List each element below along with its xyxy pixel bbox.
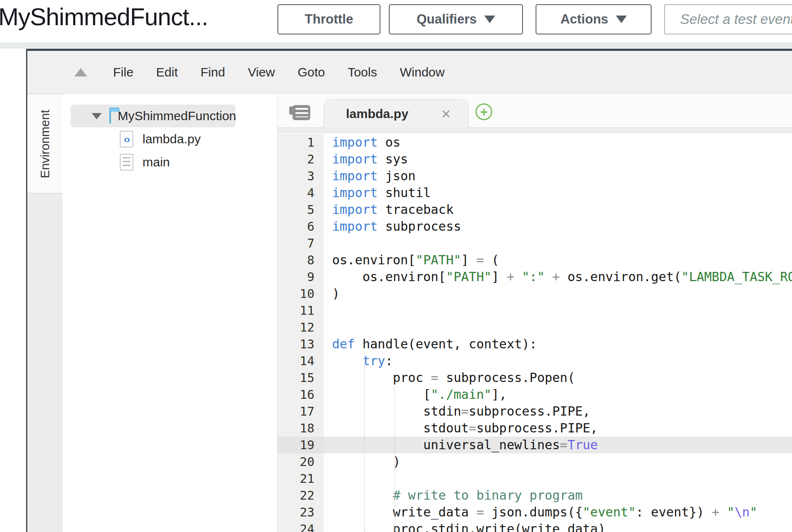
file-tree: MyShimmedFunction lambda.py main xyxy=(63,94,277,532)
tree-item-main[interactable]: main xyxy=(71,151,235,174)
throttle-button[interactable]: Throttle xyxy=(277,4,380,34)
code-line[interactable]: 15 proc = subprocess.Popen( xyxy=(277,369,792,386)
code-text xyxy=(324,302,792,319)
code-line[interactable]: 4import shutil xyxy=(277,184,792,201)
header-divider xyxy=(0,42,792,49)
code-line[interactable]: 1import os xyxy=(277,134,792,151)
editor-menubar: File Edit Find View Goto Tools Window xyxy=(27,51,792,94)
line-number: 15 xyxy=(277,369,324,386)
new-tab-icon[interactable]: + xyxy=(475,103,492,120)
code-text xyxy=(324,470,792,487)
line-number: 20 xyxy=(277,453,324,470)
code-text: stdout=subprocess.PIPE, xyxy=(324,420,792,437)
actions-button[interactable]: Actions xyxy=(536,4,652,34)
menu-item-tools[interactable]: Tools xyxy=(348,65,377,79)
tab-bar: lambda.py × + xyxy=(277,94,792,134)
collapse-panel-icon[interactable] xyxy=(74,68,87,76)
ide-panel: File Edit Find View Goto Tools Window En… xyxy=(26,49,792,532)
open-files-list-icon[interactable] xyxy=(293,105,310,120)
line-number: 8 xyxy=(277,252,324,269)
code-text: proc = subprocess.Popen( xyxy=(324,369,792,386)
code-line[interactable]: 8os.environ["PATH"] = ( xyxy=(277,252,792,269)
line-number: 9 xyxy=(277,269,324,285)
code-text: write_data = json.dumps({"event": event}… xyxy=(324,504,792,521)
code-text xyxy=(324,319,792,336)
code-line[interactable]: 12 xyxy=(277,319,792,336)
menu-item-find[interactable]: Find xyxy=(201,65,225,79)
code-text: import shutil xyxy=(324,184,792,201)
code-line[interactable]: 5import traceback xyxy=(277,201,792,218)
code-text: ["./main"], xyxy=(324,386,792,403)
code-line[interactable]: 13def handle(event, context): xyxy=(277,336,792,353)
line-number: 13 xyxy=(277,336,324,353)
chevron-down-icon xyxy=(616,16,627,23)
menu-item-goto[interactable]: Goto xyxy=(298,65,325,79)
line-number: 11 xyxy=(277,302,324,319)
code-text: try: xyxy=(324,353,792,369)
code-line[interactable]: 24 proc.stdin.write(write_data) xyxy=(277,521,792,532)
code-line[interactable]: 19 universal_newlines=True xyxy=(277,437,792,453)
code-line[interactable]: 6import subprocess xyxy=(277,218,792,235)
code-text: os.environ["PATH"] + ":" + os.environ.ge… xyxy=(324,269,792,285)
code-text: os.environ["PATH"] = ( xyxy=(324,252,792,269)
code-lines: 1import os2import sys3import json4import… xyxy=(277,134,792,532)
code-text: import traceback xyxy=(324,201,792,218)
line-number: 14 xyxy=(277,353,324,369)
folder-icon xyxy=(109,111,111,124)
code-text: import subprocess xyxy=(324,218,792,235)
code-line[interactable]: 22 # write to binary program xyxy=(277,487,792,504)
tab-shelf xyxy=(277,127,792,133)
chevron-down-icon xyxy=(484,16,495,23)
line-number: 16 xyxy=(277,386,324,403)
code-editor: lambda.py × + 1import os2import sys3impo… xyxy=(277,94,792,532)
line-number: 24 xyxy=(277,521,324,532)
side-tab-strip: Environment xyxy=(27,94,63,532)
line-number: 17 xyxy=(277,403,324,420)
qualifiers-button[interactable]: Qualifiers xyxy=(389,4,523,34)
test-event-select[interactable]: Select a test event xyxy=(664,4,792,34)
code-text: ) xyxy=(324,285,792,302)
line-number: 2 xyxy=(277,151,324,168)
code-line[interactable]: 18 stdout=subprocess.PIPE, xyxy=(277,420,792,437)
code-text: def handle(event, context): xyxy=(324,336,792,353)
code-line[interactable]: 14 try: xyxy=(277,353,792,369)
function-title: MyShimmedFunct... xyxy=(0,3,208,31)
tree-item-lambda-py[interactable]: lambda.py xyxy=(71,128,235,150)
line-number: 21 xyxy=(277,470,324,487)
code-line[interactable]: 9 os.environ["PATH"] + ":" + os.environ.… xyxy=(277,269,792,285)
code-line[interactable]: 2import sys xyxy=(277,151,792,168)
menu-item-window[interactable]: Window xyxy=(400,65,445,79)
line-number: 4 xyxy=(277,184,324,201)
code-text: universal_newlines=True xyxy=(324,437,792,453)
line-number: 10 xyxy=(277,285,324,302)
line-number: 19 xyxy=(277,437,324,453)
code-text: stdin=subprocess.PIPE, xyxy=(324,403,792,420)
menu-item-file[interactable]: File xyxy=(113,65,133,79)
tree-item-folder[interactable]: MyShimmedFunction xyxy=(71,105,235,127)
code-line[interactable]: 3import json xyxy=(277,168,792,184)
tab-lambda-py[interactable]: lambda.py × xyxy=(324,99,469,128)
line-number: 3 xyxy=(277,168,324,184)
code-line[interactable]: 10) xyxy=(277,285,792,302)
menu-item-edit[interactable]: Edit xyxy=(156,65,178,79)
header: MyShimmedFunct... Throttle Qualifiers Ac… xyxy=(0,0,792,42)
document-file-icon xyxy=(120,154,133,171)
code-line[interactable]: 20 ) xyxy=(277,453,792,470)
code-text: ) xyxy=(324,453,792,470)
code-line[interactable]: 23 write_data = json.dumps({"event": eve… xyxy=(277,504,792,521)
line-number: 18 xyxy=(277,420,324,437)
line-number: 7 xyxy=(277,235,324,252)
caret-down-icon[interactable] xyxy=(92,113,102,119)
code-line[interactable]: 17 stdin=subprocess.PIPE, xyxy=(277,403,792,420)
line-number: 6 xyxy=(277,218,324,235)
close-tab-icon[interactable]: × xyxy=(441,106,451,122)
code-line[interactable]: 7 xyxy=(277,235,792,252)
line-number: 5 xyxy=(277,201,324,218)
environment-tab[interactable]: Environment xyxy=(27,94,63,193)
code-text: proc.stdin.write(write_data) xyxy=(324,521,792,532)
code-line[interactable]: 21 xyxy=(277,470,792,487)
code-line[interactable]: 16 ["./main"], xyxy=(277,386,792,403)
code-text: import json xyxy=(324,168,792,184)
menu-item-view[interactable]: View xyxy=(248,65,275,79)
code-line[interactable]: 11 xyxy=(277,302,792,319)
